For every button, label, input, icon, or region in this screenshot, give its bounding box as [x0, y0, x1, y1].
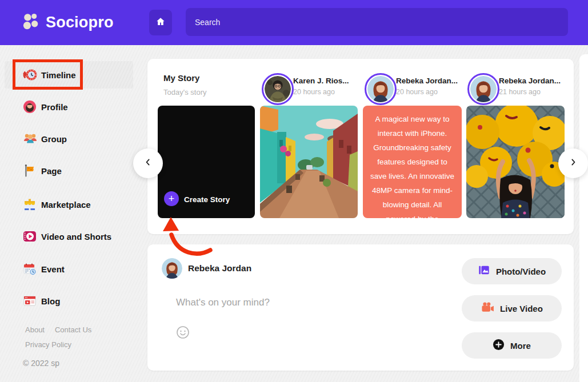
privacy-policy-link[interactable]: Privacy Policy	[25, 340, 71, 349]
create-story-plus-icon[interactable]: +	[164, 191, 179, 206]
story-avatar-karen[interactable]	[262, 73, 294, 105]
copyright-text: © 2022 sp	[23, 359, 59, 368]
story-user-name: Rebeka Jordan...	[396, 77, 458, 85]
sociopro-app: Sociopro Timeline	[0, 0, 588, 382]
more-label: More	[510, 341, 531, 351]
create-story-card[interactable]: + Create Story	[158, 106, 255, 218]
sidebar-item-label: Page	[41, 166, 62, 176]
photo-video-button[interactable]: Photo/Video	[462, 258, 562, 284]
sidebar-item-marketplace[interactable]: Marketplace	[5, 191, 133, 218]
sidebar-item-timeline[interactable]: Timeline	[5, 61, 133, 89]
chevron-right-icon	[567, 156, 579, 170]
story-card-text[interactable]: A magical new way to interact with iPhon…	[363, 106, 462, 218]
story-user-name: Rebeka Jordan...	[499, 77, 561, 85]
sociopro-flower-icon	[22, 12, 41, 34]
chevron-left-icon	[142, 156, 154, 170]
brand-name: Sociopro	[46, 14, 114, 31]
story-avatar-rebeka-1[interactable]	[365, 73, 397, 105]
sidebar-item-label: Timeline	[41, 70, 76, 80]
sidebar-item-group[interactable]: Group	[5, 125, 133, 152]
search-input[interactable]	[186, 8, 568, 36]
about-link[interactable]: About	[25, 325, 45, 334]
brand-logo[interactable]: Sociopro	[22, 0, 114, 45]
sidebar-item-label: Group	[41, 134, 67, 144]
story-user-name: Karen J. Rios...	[293, 77, 349, 85]
story-time: 20 hours ago	[396, 88, 458, 96]
stories-prev-button[interactable]	[133, 148, 163, 178]
sidebar-item-event[interactable]: Event	[5, 255, 133, 283]
top-header: Sociopro	[0, 0, 588, 45]
page-flag-icon	[23, 164, 37, 178]
live-video-label: Live Video	[500, 304, 543, 313]
story-user-block[interactable]: Rebeka Jordan... 21 hours ago	[499, 77, 561, 96]
sidebar-item-blog[interactable]: Blog	[5, 287, 133, 315]
story-card-balloons-photo[interactable]	[466, 106, 565, 218]
composer-avatar[interactable]	[162, 258, 182, 279]
sidebar-item-label: Profile	[41, 102, 68, 112]
post-input[interactable]: What's on your mind?	[176, 297, 439, 314]
story-user-block[interactable]: Karen J. Rios... 20 hours ago	[293, 77, 349, 96]
my-story-title: My Story	[163, 73, 199, 83]
sidebar-item-profile[interactable]: Profile	[5, 93, 133, 120]
composer-user-name: Rebeka Jordan	[188, 263, 251, 274]
sidebar-footer-links: About Contact Us	[25, 325, 91, 334]
story-time: 21 hours ago	[499, 88, 561, 96]
stories-next-button[interactable]	[558, 148, 588, 178]
home-icon	[155, 17, 166, 29]
blog-window-icon	[23, 294, 37, 308]
photo-video-icon	[478, 264, 490, 279]
sidebar-item-label: Event	[41, 264, 65, 274]
video-shorts-icon	[23, 230, 37, 243]
create-story-label: Create Story	[184, 195, 230, 204]
photo-video-label: Photo/Video	[496, 267, 546, 276]
right-panel-edge	[579, 54, 588, 382]
story-card-street-photo[interactable]	[260, 106, 358, 218]
marketplace-stall-icon	[23, 198, 37, 211]
contact-us-link[interactable]: Contact Us	[55, 325, 91, 334]
group-people-icon	[23, 132, 37, 146]
story-time: 20 hours ago	[293, 88, 349, 96]
timeline-clock-icon	[23, 68, 37, 82]
more-plus-icon	[493, 339, 505, 353]
smiley-emoji-icon[interactable]	[176, 325, 190, 339]
home-button[interactable]	[149, 10, 172, 35]
live-video-button[interactable]: Live Video	[462, 295, 562, 321]
live-video-icon	[481, 301, 494, 315]
sidebar-item-label: Blog	[41, 296, 60, 306]
event-calendar-icon	[23, 262, 37, 276]
profile-avatar-icon	[23, 100, 37, 114]
story-avatar-rebeka-2[interactable]	[467, 73, 499, 105]
sidebar-item-page[interactable]: Page	[5, 157, 133, 184]
sidebar-footer-links-2: Privacy Policy	[25, 340, 71, 349]
story-user-block[interactable]: Rebeka Jordan... 20 hours ago	[396, 77, 458, 96]
sidebar-item-label: Marketplace	[41, 200, 91, 210]
my-story-subtitle: Today's story	[163, 88, 206, 96]
sidebar-item-video-and-shorts[interactable]: Video and Shorts	[5, 223, 133, 250]
sidebar-item-label: Video and Shorts	[41, 232, 111, 242]
more-button[interactable]: More	[462, 332, 562, 359]
